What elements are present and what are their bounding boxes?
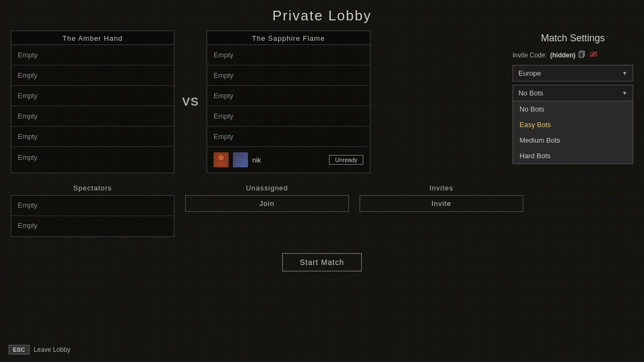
esc-key[interactable]: ESC [9, 345, 30, 354]
spectator-slot-2: Empty [11, 216, 174, 237]
region-dropdown-arrow: ▼ [622, 70, 627, 76]
region-dropdown[interactable]: Europe ▼ [513, 65, 633, 82]
invites-title: Invites [360, 184, 523, 192]
player-avatar-2 [233, 152, 248, 167]
team2-slot-2: Empty [207, 65, 370, 86]
bots-dropdown[interactable]: No Bots ▼ [513, 85, 633, 101]
team2-header: The Sapphire Flame [207, 31, 370, 45]
invites-panel: Invites Invite [360, 184, 523, 237]
player-name: nik [252, 156, 325, 164]
start-match-area: Start Match [0, 253, 644, 271]
team1-slot-6: Empty [11, 147, 174, 167]
invite-code-row: Invite Code: (hidden) [513, 50, 633, 60]
spectator-slots: Empty Empty [11, 195, 174, 237]
team1-slot-3: Empty [11, 86, 174, 106]
copy-icon[interactable] [579, 50, 586, 60]
spectators-title: Spectators [11, 184, 174, 192]
region-selected: Europe [518, 69, 541, 77]
bot-option-hard-bots[interactable]: Hard Bots [513, 148, 633, 164]
svg-point-2 [217, 161, 225, 167]
unassigned-title: Unassigned [185, 184, 349, 192]
vs-label: VS [174, 31, 207, 173]
bot-option-no-bots[interactable]: No Bots [513, 101, 633, 117]
bots-dropdown-arrow: ▼ [622, 90, 627, 96]
team1-header: The Amber Hand [11, 31, 174, 45]
bots-dropdown-container: No Bots ▼ No Bots Easy Bots Medium Bots … [513, 85, 633, 101]
start-match-button[interactable]: Start Match [282, 253, 362, 271]
team2-slots: Empty Empty Empty Empty Empty [207, 45, 370, 173]
team2-panel: The Sapphire Flame Empty Empty Empty Emp… [207, 31, 370, 173]
team1-slot-5: Empty [11, 127, 174, 147]
svg-rect-4 [579, 52, 583, 57]
player-avatar-1 [214, 152, 229, 167]
team1-slots: Empty Empty Empty Empty Empty Empty [11, 45, 174, 173]
spectators-panel: Spectators Empty Empty [11, 184, 174, 237]
bots-dropdown-menu: No Bots Easy Bots Medium Bots Hard Bots [513, 101, 633, 164]
team2-slot-6-player: nik Unready [207, 147, 370, 173]
leave-lobby-label: Leave Lobby [34, 346, 71, 353]
page-title: Private Lobby [0, 0, 644, 28]
bots-selected: No Bots [518, 89, 543, 97]
svg-point-1 [218, 155, 224, 160]
eye-icon[interactable] [589, 50, 598, 60]
team1-panel: The Amber Hand Empty Empty Empty Empty E… [11, 31, 174, 173]
invite-code-label: Invite Code: [513, 51, 547, 59]
unready-button[interactable]: Unready [329, 155, 363, 165]
esc-bar: ESC Leave Lobby [9, 345, 70, 354]
team2-slot-4: Empty [207, 106, 370, 127]
unassigned-panel: Unassigned Join [185, 184, 349, 237]
invite-code-value: (hidden) [550, 51, 575, 59]
team1-slot-2: Empty [11, 65, 174, 86]
spectator-slot-1: Empty [11, 196, 174, 216]
team2-slot-3: Empty [207, 86, 370, 106]
team1-slot-4: Empty [11, 106, 174, 127]
team1-slot-1: Empty [11, 45, 174, 65]
team2-slot-5: Empty [207, 127, 370, 147]
invite-button[interactable]: Invite [360, 195, 523, 212]
team2-slot-1: Empty [207, 45, 370, 65]
bot-option-easy-bots[interactable]: Easy Bots [513, 117, 633, 132]
match-settings-panel: Match Settings Invite Code: (hidden) [513, 31, 633, 173]
bot-option-medium-bots[interactable]: Medium Bots [513, 132, 633, 148]
join-button[interactable]: Join [185, 195, 349, 212]
settings-title: Match Settings [513, 33, 633, 44]
